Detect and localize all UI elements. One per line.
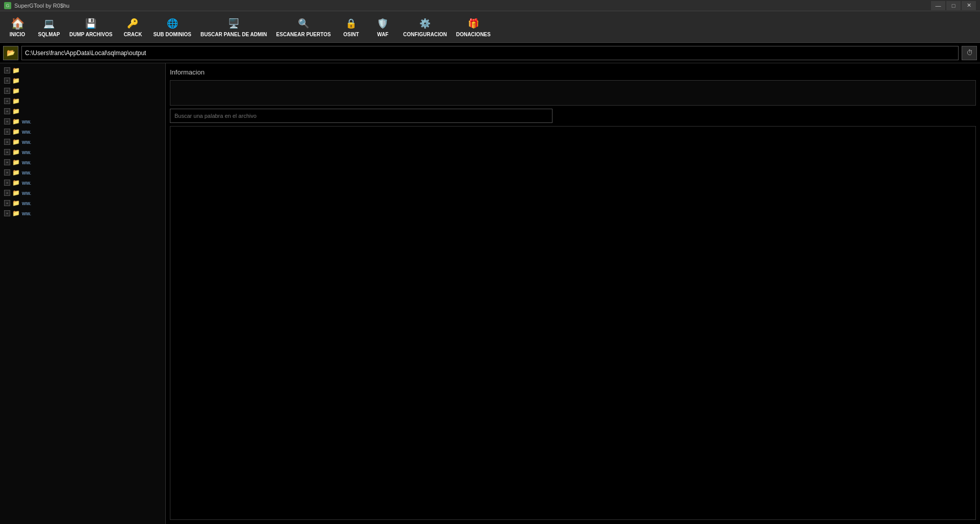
tree-item[interactable]: + 📁 ww. (0, 198, 165, 208)
tree-item[interactable]: + 📁 ww. (0, 137, 165, 147)
folder-tree-icon: 📁 (12, 77, 20, 84)
tree-item[interactable]: + 📁 (0, 96, 165, 106)
path-input[interactable] (21, 46, 959, 60)
folder-tree-icon: 📁 (12, 169, 20, 176)
tree-expand-icon: + (4, 108, 10, 114)
tree-expand-icon: + (4, 149, 10, 155)
tree-item[interactable]: + 📁 ww. (0, 208, 165, 218)
waf-icon: 🛡️ (375, 16, 390, 31)
tree-item[interactable]: + 📁 ww. (0, 116, 165, 127)
tree-item[interactable]: + 📁 ww. (0, 127, 165, 137)
tree-item-label: ww. (22, 159, 31, 165)
folder-icon: 📂 (7, 49, 15, 57)
tree-item-label: ww. (22, 210, 31, 216)
tree-expand-icon: + (4, 67, 10, 73)
close-button[interactable]: ✕ (962, 1, 976, 10)
app-icon: G (4, 2, 11, 9)
osint-icon: 🔒 (344, 16, 358, 31)
tree-item-label: ww. (22, 180, 31, 186)
home-icon: 🏠 (10, 16, 24, 31)
folder-tree-icon: 📁 (12, 67, 20, 74)
tree-item[interactable]: + 📁 (0, 65, 165, 76)
title-bar: G SuperGTool by R0$hu — □ ✕ (0, 0, 980, 11)
tree-expand-icon: + (4, 169, 10, 176)
tree-item-label: ww. (22, 149, 31, 155)
config-label: CONFIGURACION (403, 32, 447, 37)
tree-expand-icon: + (4, 210, 10, 216)
title-bar-left: G SuperGTool by R0$hu (4, 2, 69, 9)
crack-button[interactable]: 🔑 CRACK (117, 13, 148, 41)
sqlmap-icon: 💻 (42, 16, 56, 31)
tree-item[interactable]: + 📁 ww. (0, 167, 165, 178)
folder-tree-icon: 📁 (12, 148, 20, 156)
tree-item-label: ww. (22, 169, 31, 176)
toolbar: 🏠 INICIO 💻 SQLMAP 💾 DUMP ARCHIVOS 🔑 CRAC… (0, 11, 980, 43)
tree-item-label: ww. (22, 129, 31, 135)
folder-tree-icon: 📁 (12, 189, 20, 196)
folder-tree-icon: 📁 (12, 128, 20, 135)
tree-item[interactable]: + 📁 (0, 86, 165, 96)
inicio-button[interactable]: 🏠 INICIO (2, 13, 33, 41)
folder-tree-icon: 📁 (12, 87, 20, 94)
tree-item-label: ww. (22, 190, 31, 196)
scanports-label: ESCANEAR PUERTOS (276, 32, 331, 37)
scanports-button[interactable]: 🔍 ESCANEAR PUERTOS (272, 13, 335, 41)
browse-folder-button[interactable]: 📂 (3, 46, 18, 60)
osint-button[interactable]: 🔒 OSINT (336, 13, 366, 41)
inicio-label: INICIO (10, 32, 26, 37)
adminpanel-icon: 🖥️ (227, 16, 241, 31)
tree-item[interactable]: + 📁 (0, 106, 165, 116)
tree-expand-icon: + (4, 78, 10, 84)
dump-label: DUMP ARCHIVOS (69, 32, 112, 37)
donaciones-label: DONACIONES (456, 32, 491, 37)
info-display (170, 80, 976, 106)
adminpanel-button[interactable]: 🖥️ BUSCAR PANEL DE ADMIN (196, 13, 271, 41)
dump-button[interactable]: 💾 DUMP ARCHIVOS (65, 13, 116, 41)
scanports-icon: 🔍 (296, 16, 311, 31)
tree-item[interactable]: + 📁 ww. (0, 188, 165, 198)
title-bar-text: SuperGTool by R0$hu (14, 3, 69, 9)
maximize-button[interactable]: □ (946, 1, 961, 10)
donate-icon: 🎁 (466, 16, 481, 31)
refresh-button[interactable]: ⏱ (962, 46, 977, 60)
refresh-icon: ⏱ (966, 49, 973, 57)
subdomain-icon: 🌐 (165, 16, 180, 31)
folder-tree-icon: 📁 (12, 210, 20, 217)
tree-expand-icon: + (4, 88, 10, 94)
sqlmap-button[interactable]: 💻 SQLMAP (34, 13, 64, 41)
tree-item[interactable]: + 📁 ww. (0, 147, 165, 157)
tree-item-label: ww. (22, 139, 31, 145)
right-panel: Informacion (166, 63, 980, 524)
tree-item[interactable]: + 📁 ww. (0, 178, 165, 188)
minimize-button[interactable]: — (931, 1, 945, 10)
tree-expand-icon: + (4, 118, 10, 124)
folder-tree-icon: 📁 (12, 138, 20, 145)
donaciones-button[interactable]: 🎁 DONACIONES (452, 13, 495, 41)
title-bar-controls: — □ ✕ (931, 1, 976, 10)
folder-tree-icon: 📁 (12, 97, 20, 105)
crack-label: CRACK (123, 32, 142, 37)
config-button[interactable]: ⚙️ CONFIGURACION (399, 13, 451, 41)
crack-icon: 🔑 (125, 16, 140, 31)
path-bar: 📂 ⏱ (0, 43, 980, 63)
folder-tree-icon: 📁 (12, 118, 20, 125)
waf-button[interactable]: 🛡️ WAF (367, 13, 398, 41)
tree-item[interactable]: + 📁 (0, 76, 165, 86)
tree-expand-icon: + (4, 139, 10, 145)
adminpanel-label: BUSCAR PANEL DE ADMIN (200, 32, 267, 37)
content-area (170, 126, 976, 520)
dump-icon: 💾 (84, 16, 98, 31)
tree-item-label: ww. (22, 118, 31, 124)
sqlmap-label: SQLMAP (38, 32, 60, 37)
subdominios-label: SUB DOMINIOS (153, 32, 191, 37)
config-icon: ⚙️ (418, 16, 432, 31)
osint-label: OSINT (343, 32, 359, 37)
search-input[interactable] (170, 109, 552, 123)
info-label: Informacion (170, 67, 976, 77)
tree-expand-icon: + (4, 159, 10, 165)
tree-expand-icon: + (4, 129, 10, 135)
subdominios-button[interactable]: 🌐 SUB DOMINIOS (149, 13, 195, 41)
tree-item[interactable]: + 📁 ww. (0, 157, 165, 167)
folder-tree-icon: 📁 (12, 179, 20, 186)
tree-expand-icon: + (4, 190, 10, 196)
